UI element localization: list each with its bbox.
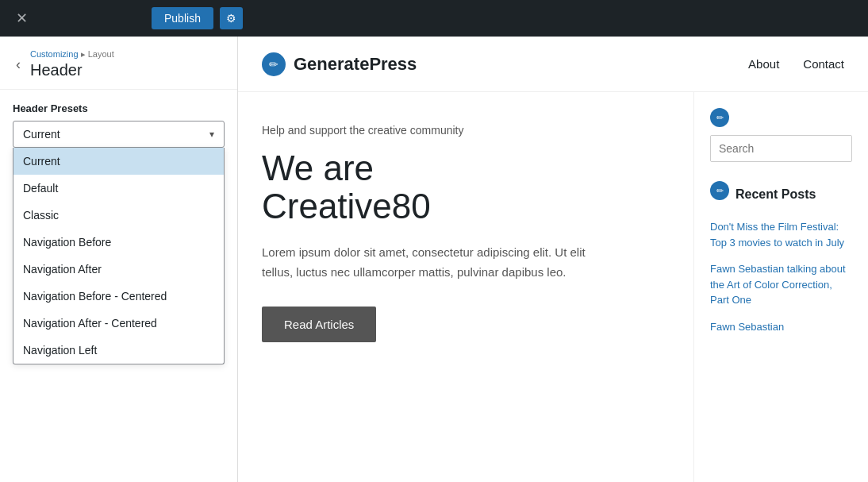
read-articles-button[interactable]: Read Articles: [262, 307, 376, 342]
main-heading-line2: Creative80: [262, 187, 431, 226]
preview-sidebar: ✏ 🔍 ✏ Recent Posts Don't Miss the Film F…: [693, 92, 868, 482]
dropdown-item-4[interactable]: Navigation After: [13, 256, 224, 283]
preview-body: Help and support the creative community …: [238, 92, 868, 482]
recent-post-2[interactable]: Fawn Sebastian: [710, 319, 852, 335]
search-widget-edit-icon[interactable]: ✏: [710, 108, 729, 127]
section-label: Header Presets: [13, 102, 225, 114]
dropdown-arrow-icon: ▾: [209, 129, 214, 140]
dropdown-item-2[interactable]: Classic: [13, 202, 224, 229]
main-layout: ‹ Customizing ▸ Layout Header Header Pre…: [0, 37, 868, 482]
page-title: Header: [30, 61, 114, 79]
breadcrumb: Customizing ▸ Layout: [30, 49, 114, 60]
preview-main: Help and support the creative community …: [238, 92, 693, 482]
brand-edit-icon[interactable]: ✏: [262, 52, 286, 76]
brand-name: GeneratePress: [294, 54, 417, 75]
settings-button[interactable]: ⚙: [220, 7, 243, 29]
breadcrumb-current: Layout: [88, 49, 114, 59]
search-box: 🔍: [710, 135, 852, 162]
dropdown-item-3[interactable]: Navigation Before: [13, 229, 224, 256]
nav-item-about[interactable]: About: [748, 57, 779, 71]
search-input[interactable]: [711, 136, 852, 161]
helper-text: Help and support the creative community: [262, 124, 670, 137]
close-button[interactable]: ✕: [10, 6, 34, 30]
recent-posts-edit-icon[interactable]: ✏: [710, 181, 729, 200]
breadcrumb-area: Customizing ▸ Layout Header: [30, 49, 114, 79]
top-bar: ✕ Publish ⚙: [0, 0, 868, 37]
back-button[interactable]: ‹: [13, 55, 24, 75]
dropdown-menu: CurrentDefaultClassicNavigation BeforeNa…: [13, 148, 225, 364]
dropdown-item-7[interactable]: Navigation Left: [13, 337, 224, 364]
publish-button[interactable]: Publish: [152, 7, 213, 29]
recent-posts-title: Recent Posts: [735, 187, 816, 202]
sidebar-content: Header Presets Current ▾ CurrentDefaultC…: [0, 90, 237, 482]
breadcrumb-separator: ▸: [81, 49, 88, 59]
dropdown-select[interactable]: Current ▾: [13, 121, 225, 148]
preview-nav: About Contact: [748, 57, 844, 71]
sidebar-header: ‹ Customizing ▸ Layout Header: [0, 37, 237, 90]
recent-post-0[interactable]: Don't Miss the Film Festival: Top 3 movi…: [710, 219, 852, 250]
recent-post-1[interactable]: Fawn Sebastian talking about the Art of …: [710, 261, 852, 308]
preview-area: ✏ GeneratePress About Contact Help and s…: [238, 37, 868, 482]
dropdown-wrapper: Current ▾ CurrentDefaultClassicNavigatio…: [13, 121, 225, 148]
dropdown-selected-value: Current: [23, 128, 60, 141]
site-brand: ✏ GeneratePress: [262, 52, 417, 76]
dropdown-item-0[interactable]: Current: [13, 148, 224, 175]
lorem-text: Lorem ipsum dolor sit amet, consectetur …: [262, 242, 611, 283]
main-heading: We are Creative80: [262, 149, 670, 226]
main-heading-line1: We are: [262, 148, 374, 187]
recent-posts-header: ✏ Recent Posts: [710, 181, 852, 208]
preview-header: ✏ GeneratePress About Contact: [238, 37, 868, 92]
dropdown-item-1[interactable]: Default: [13, 175, 224, 202]
breadcrumb-parent-link[interactable]: Customizing: [30, 49, 79, 59]
nav-item-contact[interactable]: Contact: [803, 57, 844, 71]
sidebar: ‹ Customizing ▸ Layout Header Header Pre…: [0, 37, 238, 482]
dropdown-item-6[interactable]: Navigation After - Centered: [13, 310, 224, 337]
dropdown-item-5[interactable]: Navigation Before - Centered: [13, 283, 224, 310]
